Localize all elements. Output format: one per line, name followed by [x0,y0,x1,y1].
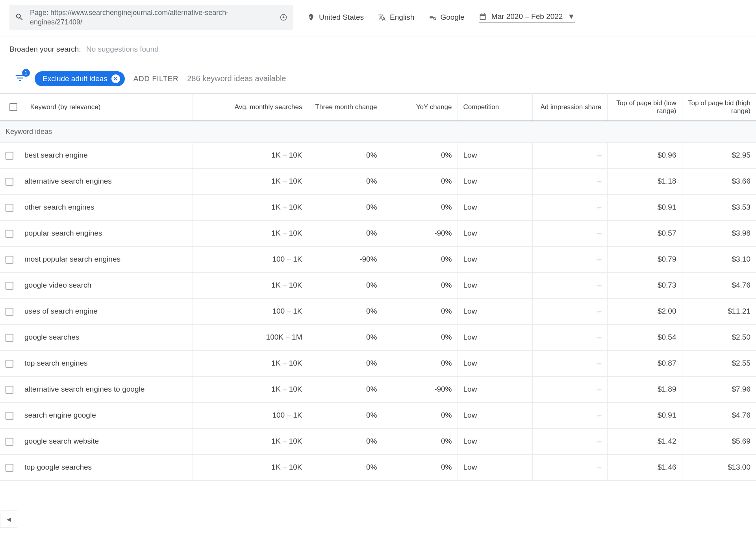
cell-yoy-change: 0% [383,298,458,324]
row-checkbox[interactable] [6,204,13,212]
cell-three-month-change: 0% [308,298,383,324]
row-checkbox[interactable] [6,152,13,160]
keyword-text: google searches [24,333,79,341]
keyword-text: google video search [24,281,91,289]
cell-impression-share: – [532,428,607,454]
cell-bid-high: $3.10 [682,246,756,272]
row-checkbox[interactable] [6,438,13,446]
cell-competition: Low [458,428,532,454]
table-row[interactable]: google search website1K – 10K0%0%Low–$1.… [0,428,756,454]
table-row[interactable]: other search engines1K – 10K0%0%Low–$0.9… [0,194,756,220]
cell-keyword: alternative search engines to google [0,376,193,402]
row-checkbox[interactable] [6,412,13,420]
search-networks-icon [428,13,436,21]
row-checkbox[interactable] [6,334,13,342]
cell-avg-searches: 1K – 10K [193,350,308,376]
filter-chip-exclude-adult[interactable]: Exclude adult ideas ✕ [35,71,125,86]
cell-bid-low: $0.57 [607,220,682,246]
table-row[interactable]: best search engine1K – 10K0%0%Low–$0.96$… [0,142,756,168]
language-value: English [390,13,414,22]
keyword-ideas-table: Keyword (by relevance) Avg. monthly sear… [0,93,756,481]
table-row[interactable]: google searches100K – 1M0%0%Low–$0.54$2.… [0,324,756,350]
table-row[interactable]: top google searches1K – 10K0%0%Low–$1.46… [0,454,756,480]
location-filter[interactable]: United States [307,13,364,22]
table-row[interactable]: most popular search engines100 – 1K-90%0… [0,246,756,272]
ideas-available-text: 286 keyword ideas available [187,74,286,83]
date-range-value: Mar 2020 – Feb 2022 [491,12,563,21]
cell-bid-low: $0.73 [607,272,682,298]
row-checkbox[interactable] [6,178,13,186]
cell-competition: Low [458,454,532,480]
table-row[interactable]: alternative search engines to google1K –… [0,376,756,402]
row-checkbox[interactable] [6,308,13,316]
cell-bid-low: $0.79 [607,246,682,272]
table-row[interactable]: google video search1K – 10K0%0%Low–$0.73… [0,272,756,298]
row-checkbox[interactable] [6,386,13,394]
cell-avg-searches: 1K – 10K [193,454,308,480]
cell-keyword: google search website [0,428,193,454]
add-filter-button[interactable]: ADD FILTER [133,74,178,83]
cell-yoy-change: 0% [383,428,458,454]
cell-bid-high: $11.21 [682,298,756,324]
table-row[interactable]: popular search engines1K – 10K0%-90%Low–… [0,220,756,246]
cell-three-month-change: 0% [308,142,383,168]
cell-yoy-change: -90% [383,376,458,402]
cell-bid-low: $1.18 [607,168,682,194]
cell-impression-share: – [532,272,607,298]
search-box[interactable]: Page: https://www.searchenginejournal.co… [9,5,293,30]
keyword-text: top search engines [24,359,88,367]
col-impression-share[interactable]: Ad impression share [532,93,607,121]
row-checkbox[interactable] [6,282,13,290]
cell-competition: Low [458,142,532,168]
active-filters-button[interactable]: 1 [14,72,26,85]
row-checkbox[interactable] [6,256,13,264]
cell-bid-low: $0.91 [607,402,682,428]
row-checkbox[interactable] [6,360,13,368]
broaden-search-bar: Broaden your search: No suggestions foun… [0,37,756,64]
table-row[interactable]: top search engines1K – 10K0%0%Low–$0.87$… [0,350,756,376]
cell-competition: Low [458,402,532,428]
cell-bid-low: $0.96 [607,142,682,168]
cell-impression-share: – [532,324,607,350]
cell-three-month-change: 0% [308,220,383,246]
select-all-checkbox[interactable] [9,103,17,111]
download-icon[interactable] [280,13,287,21]
col-yoy[interactable]: YoY change [383,93,458,121]
cell-bid-high: $3.98 [682,220,756,246]
cell-avg-searches: 100 – 1K [193,246,308,272]
cell-bid-high: $4.76 [682,272,756,298]
table-row[interactable]: alternative search engines1K – 10K0%0%Lo… [0,168,756,194]
close-icon[interactable]: ✕ [111,74,120,83]
cell-three-month-change: 0% [308,272,383,298]
col-avg-searches[interactable]: Avg. monthly searches [193,93,308,121]
cell-impression-share: – [532,220,607,246]
row-checkbox[interactable] [6,464,13,472]
table-row[interactable]: uses of search engine100 – 1K0%0%Low–$2.… [0,298,756,324]
date-range-picker[interactable]: Mar 2020 – Feb 2022 ▼ [479,12,575,23]
filter-bar: 1 Exclude adult ideas ✕ ADD FILTER 286 k… [0,64,756,93]
cell-competition: Low [458,220,532,246]
cell-bid-high: $5.69 [682,428,756,454]
language-filter[interactable]: English [378,13,414,22]
table-row[interactable]: search engine google100 – 1K0%0%Low–$0.9… [0,402,756,428]
keyword-text: alternative search engines to google [24,385,145,393]
cell-competition: Low [458,194,532,220]
translate-icon [378,13,386,21]
keyword-text: search engine google [24,411,96,419]
network-value: Google [440,13,464,22]
search-input-value: Page: https://www.searchenginejournal.co… [30,8,273,27]
cell-three-month-change: 0% [308,428,383,454]
col-competition[interactable]: Competition [458,93,532,121]
cell-keyword: top search engines [0,350,193,376]
cell-three-month-change: 0% [308,168,383,194]
col-keyword[interactable]: Keyword (by relevance) [30,103,101,111]
cell-avg-searches: 1K – 10K [193,272,308,298]
col-bid-high[interactable]: Top of page bid (high range) [682,93,756,121]
col-bid-low[interactable]: Top of page bid (low range) [607,93,682,121]
row-checkbox[interactable] [6,230,13,238]
col-three-month[interactable]: Three month change [308,93,383,121]
cell-avg-searches: 1K – 10K [193,142,308,168]
filter-count-badge: 1 [22,69,30,77]
network-filter[interactable]: Google [428,13,464,22]
cell-bid-high: $3.53 [682,194,756,220]
